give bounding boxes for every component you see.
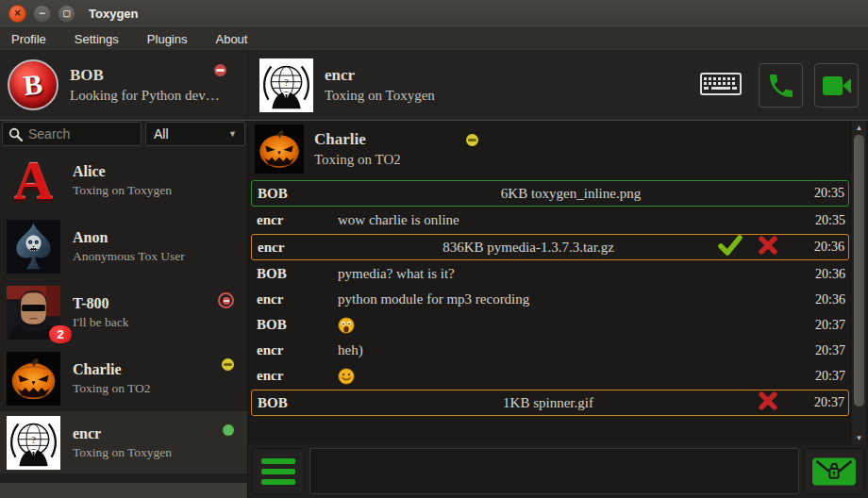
message-file-transfer[interactable]: BOB 1KB spinner.gif 20:37 (251, 390, 849, 416)
message-time: 20:37 (804, 318, 845, 333)
self-name: BOB (70, 66, 220, 85)
chat-contact-card-charlie[interactable]: Charlie Toxing on TO2 (251, 123, 849, 175)
message-time: 20:37 (804, 343, 845, 358)
decline-file-icon[interactable] (758, 390, 778, 415)
active-chat-avatar: ? (259, 58, 313, 112)
menubar: Profile Settings Plugins About (0, 28, 868, 50)
message-time: 20:37 (803, 395, 844, 410)
message-scrollbar[interactable]: ▲ ▼ (852, 121, 866, 444)
scrollbar-thumb[interactable] (854, 135, 864, 407)
window-controls: × − ▢ (8, 5, 75, 23)
scroll-down-icon[interactable]: ▼ (856, 431, 863, 444)
file-name: 1KB spinner.gif (339, 395, 758, 411)
menu-about[interactable]: About (215, 32, 247, 46)
contact-status-message: Toxing on Toxygen (73, 183, 172, 198)
active-chat-name: encr (325, 66, 435, 85)
contact-filter-dropdown[interactable]: All ▼ (145, 122, 245, 146)
charlie-avatar (255, 124, 304, 174)
menu-profile[interactable]: Profile (11, 32, 46, 46)
menu-plugins[interactable]: Plugins (147, 32, 188, 46)
window-title: Toxygen (89, 7, 139, 21)
contact-name: Charlie (73, 361, 151, 378)
chevron-down-icon: ▼ (228, 129, 237, 139)
shocked-smiley-icon (338, 317, 355, 334)
status-away-icon (222, 358, 234, 371)
message-time: 20:36 (803, 240, 844, 255)
audio-call-button[interactable] (759, 63, 803, 108)
message-sender: BOB (258, 395, 339, 411)
message-text: BOB pymedia? what is it? 20:36 (251, 261, 849, 287)
message-sender: encr (257, 212, 338, 228)
message-body: wow charlie is online (338, 212, 804, 228)
message-sender: encr (257, 342, 338, 358)
anon-avatar (7, 220, 60, 274)
active-chat-status-message: Toxing on Toxygen (325, 88, 435, 104)
message-body: pymedia? what is it? (338, 266, 804, 282)
contact-item-alice[interactable]: A Alice Toxing on Toxygen (0, 147, 247, 213)
message-history: Charlie Toxing on TO2 BOB 6KB toxygen_in… (248, 121, 868, 444)
contact-status-message: Anonymous Tox User (73, 249, 185, 264)
chat-contact-name: Charlie (314, 130, 401, 149)
message-file-transfer[interactable]: BOB 6KB toxygen_inline.png 20:35 (251, 180, 849, 207)
scroll-up-icon[interactable]: ▲ (856, 121, 863, 134)
message-sender: encr (257, 291, 338, 307)
self-profile[interactable]: B BOB Looking for Python dev… (0, 50, 248, 120)
message-sender: encr (258, 240, 339, 256)
top-panel: B BOB Looking for Python dev… (0, 50, 868, 121)
self-busy-status-icon (214, 64, 226, 76)
message-sender: BOB (257, 266, 338, 282)
self-status-message: Looking for Python dev… (70, 88, 220, 104)
chat-column: Charlie Toxing on TO2 BOB 6KB toxygen_in… (248, 121, 868, 498)
message-sender: BOB (258, 186, 339, 202)
message-file-transfer[interactable]: encr 836KB pymedia-1.3.7.3.tar.gz 20:36 (251, 234, 849, 260)
message-body: heh) (338, 342, 804, 358)
close-icon[interactable]: × (8, 5, 26, 23)
file-name: 836KB pymedia-1.3.7.3.tar.gz (339, 240, 718, 256)
contact-status-message: Toxing on TO2 (73, 381, 151, 396)
message-time: 20:36 (804, 267, 845, 282)
file-name: 6KB toxygen_inline.png (339, 186, 803, 202)
menu-settings[interactable]: Settings (75, 32, 119, 46)
maximize-icon[interactable]: ▢ (58, 5, 75, 23)
unread-badge: 2 (49, 325, 72, 343)
contact-item-encr[interactable]: ? encr Toxing on Toxygen (0, 411, 247, 473)
chat-contact-status-message: Toxing on TO2 (314, 152, 401, 168)
contact-name: Anon (73, 229, 185, 246)
encrypted-send-icon (811, 455, 857, 489)
minimize-icon[interactable]: − (33, 5, 51, 23)
contact-item-t800[interactable]: T-800 I'll be back 2 (0, 279, 247, 345)
message-time: 20:36 (804, 292, 845, 307)
contact-status-message: I'll be back (73, 315, 128, 330)
accept-file-icon[interactable] (718, 235, 743, 259)
composer-bar (248, 444, 868, 498)
message-emoji: BOB 20:37 (251, 312, 849, 338)
toxygen-window: × − ▢ Toxygen Profile Settings Plugins A… (0, 0, 868, 498)
video-call-button[interactable] (814, 63, 859, 108)
contact-item-charlie[interactable]: Charlie Toxing on TO2 (0, 345, 247, 411)
status-busy-icon (218, 292, 234, 308)
message-time: 20:35 (803, 186, 844, 201)
message-text: encr heh) 20:37 (251, 338, 849, 363)
svg-text:?: ? (31, 434, 36, 444)
attachments-menu-button[interactable] (252, 448, 305, 494)
sidebar-bottom-strip (0, 483, 247, 498)
phone-icon (766, 71, 796, 101)
search-input[interactable]: Search (2, 122, 142, 146)
hamburger-icon (261, 458, 295, 464)
status-away-icon (466, 134, 478, 146)
alice-avatar: A (7, 154, 60, 208)
contact-name: encr (73, 425, 172, 442)
message-emoji: encr 20:37 (251, 363, 849, 389)
contact-item-anon[interactable]: Anon Anonymous Tox User (0, 213, 247, 279)
active-chat-header: ? encr Toxing on Toxygen (259, 50, 435, 120)
contact-status-message: Toxing on Toxygen (73, 445, 172, 460)
charlie-avatar (7, 352, 60, 406)
screen-keyboard-icon[interactable] (700, 72, 742, 100)
search-icon (8, 127, 23, 141)
message-input[interactable] (309, 448, 799, 494)
decline-file-icon[interactable] (758, 235, 778, 259)
video-camera-icon (821, 74, 853, 98)
send-message-button[interactable] (804, 448, 864, 494)
message-body: python module for mp3 recording (338, 291, 804, 307)
message-text: encr python module for mp3 recording 20:… (251, 287, 849, 312)
